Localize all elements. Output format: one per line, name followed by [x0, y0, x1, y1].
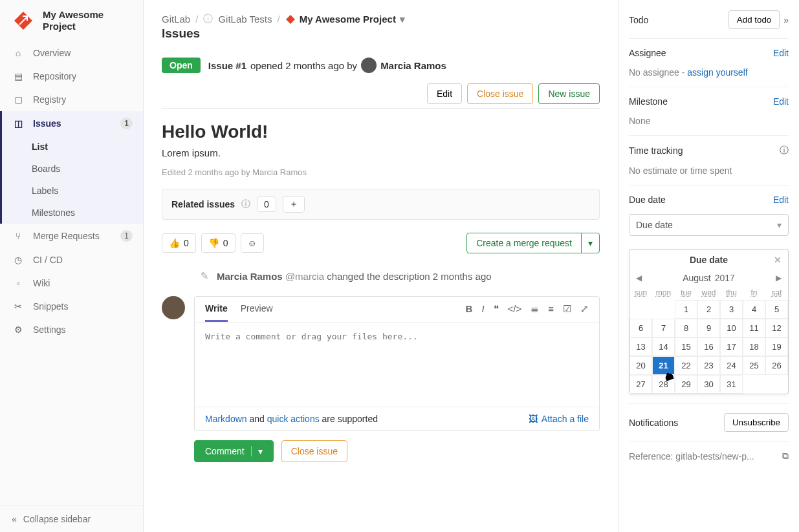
fullscreen-icon[interactable]: ⤢ [580, 303, 589, 322]
datepicker-day[interactable]: 25 [743, 356, 765, 375]
datepicker-day[interactable]: 13 [629, 337, 652, 356]
datepicker-day[interactable]: 18 [743, 337, 765, 356]
quote-icon[interactable]: ❝ [494, 303, 499, 322]
datepicker-day[interactable]: 21 [652, 356, 675, 375]
datepicker-day[interactable]: 12 [765, 319, 788, 337]
current-user-avatar[interactable] [162, 296, 185, 319]
nav-wiki[interactable]: ▫ Wiki [0, 271, 143, 295]
nav-label: Wiki [33, 278, 50, 288]
assign-yourself[interactable]: assign yourself [687, 67, 747, 78]
subnav-list[interactable]: List [0, 136, 143, 158]
datepicker-day[interactable]: 11 [743, 319, 765, 337]
datepicker-month[interactable]: August2017 [683, 273, 735, 283]
quick-actions-link[interactable]: quick actions [267, 414, 320, 424]
close-issue-button-2[interactable]: Close issue [281, 440, 347, 462]
ul-icon[interactable]: ≣ [531, 303, 539, 322]
nav-snippets[interactable]: ✂ Snippets [0, 295, 143, 318]
datepicker-day[interactable]: 2 [697, 300, 720, 319]
italic-icon[interactable]: I [481, 303, 484, 322]
crumb-group[interactable]: GitLab Tests [218, 14, 272, 25]
write-tab[interactable]: Write [205, 303, 228, 322]
datepicker-day[interactable]: 6 [629, 319, 652, 337]
subnav-milestones[interactable]: Milestones [0, 202, 143, 224]
comment-submit-caret[interactable]: ▾ [251, 446, 263, 456]
nav-issues[interactable]: ◫ Issues 1 [0, 111, 143, 136]
datepicker-day[interactable]: 23 [697, 356, 720, 375]
datepicker-day[interactable]: 22 [675, 356, 697, 375]
help-icon[interactable]: ⓘ [241, 198, 250, 210]
preview-tab[interactable]: Preview [241, 303, 273, 322]
datepicker-dow: tue [675, 286, 697, 300]
help-icon[interactable]: ⓘ [780, 145, 789, 156]
add-todo-button[interactable]: Add todo [728, 10, 780, 29]
collapse-label: Collapse sidebar [23, 514, 91, 524]
datepicker-next-icon[interactable]: ▶ [776, 273, 782, 282]
comment-submit-button[interactable]: Comment ▾ [194, 440, 274, 462]
collapse-sidebar[interactable]: « Collapse sidebar [0, 505, 143, 532]
close-issue-button[interactable]: Close issue [467, 83, 533, 104]
thumbs-down-button[interactable]: 👎 0 [201, 233, 235, 253]
datepicker-day[interactable]: 26 [765, 356, 788, 375]
task-icon[interactable]: ☑ [563, 303, 571, 322]
add-related-button[interactable]: ＋ [283, 196, 305, 213]
datepicker-day[interactable]: 31 [720, 375, 743, 394]
unsubscribe-button[interactable]: Unsubscribe [724, 413, 789, 432]
datepicker-day[interactable]: 14 [652, 337, 675, 356]
nav-repository[interactable]: ▤ Repository [0, 65, 143, 88]
datepicker-day[interactable]: 27 [629, 375, 652, 394]
milestone-edit[interactable]: Edit [773, 96, 789, 107]
crumb-root[interactable]: GitLab [162, 14, 190, 25]
datepicker-day[interactable]: 15 [675, 337, 697, 356]
datepicker-day[interactable]: 1 [675, 300, 697, 319]
ol-icon[interactable]: ≡ [548, 303, 554, 322]
subnav-boards[interactable]: Boards [0, 158, 143, 180]
datepicker-day[interactable]: 9 [697, 319, 720, 337]
create-merge-request-button[interactable]: Create a merge request ▾ [466, 233, 600, 253]
nav-merge-requests[interactable]: ⑂ Merge Requests 1 [0, 224, 143, 248]
merge-btn-caret[interactable]: ▾ [582, 233, 599, 253]
activity-author[interactable]: Marcia Ramos [217, 271, 283, 282]
datepicker-day[interactable]: 4 [743, 300, 765, 319]
datepicker-day[interactable]: 16 [697, 337, 720, 356]
datepicker-day[interactable]: 5 [765, 300, 788, 319]
markdown-link[interactable]: Markdown [205, 414, 247, 424]
merge-btn-label[interactable]: Create a merge request [467, 233, 582, 253]
nav-registry[interactable]: ▢ Registry [0, 88, 143, 111]
related-issues-box: Related issues ⓘ 0 ＋ [162, 189, 600, 220]
issue-author[interactable]: Marcia Ramos [380, 60, 446, 71]
datepicker-day[interactable]: 24 [720, 356, 743, 375]
datepicker-day[interactable]: 8 [675, 319, 697, 337]
datepicker-prev-icon[interactable]: ◀ [636, 273, 642, 282]
copy-icon[interactable]: ⧉ [782, 451, 789, 462]
author-avatar[interactable] [361, 58, 377, 73]
datepicker-day[interactable]: 29 [675, 375, 697, 394]
comment-textarea[interactable] [195, 323, 599, 407]
datepicker-day[interactable]: 7 [652, 319, 675, 337]
datepicker-day[interactable]: 3 [720, 300, 743, 319]
nav-overview[interactable]: ⌂ Overview [0, 41, 143, 65]
nav-ci-cd[interactable]: ◷ CI / CD [0, 248, 143, 271]
attach-file-button[interactable]: 🖼 Attach a file [529, 414, 589, 424]
thumbs-up-button[interactable]: 👍 0 [162, 233, 196, 253]
nav-settings[interactable]: ⚙ Settings [0, 318, 143, 341]
expand-icon[interactable]: » [783, 15, 789, 25]
datepicker-day[interactable]: 20 [629, 356, 652, 375]
issue-edited: Edited 2 months ago by Marcia Ramos [162, 167, 600, 177]
crumb-project[interactable]: My Awesome Project ▾ [285, 14, 405, 25]
activity-handle[interactable]: @marcia [285, 271, 324, 282]
datepicker-day[interactable]: 19 [765, 337, 788, 356]
datepicker-day[interactable]: 30 [697, 375, 720, 394]
edit-issue-button[interactable]: Edit [427, 83, 462, 104]
add-reaction-button[interactable]: ☺ [241, 233, 264, 253]
datepicker-day[interactable]: 17 [720, 337, 743, 356]
datepicker-close-icon[interactable]: ✕ [774, 255, 782, 265]
subnav-labels[interactable]: Labels [0, 180, 143, 202]
due-date-edit[interactable]: Edit [773, 195, 789, 205]
due-date-select[interactable]: Due date ▾ [629, 214, 789, 236]
new-issue-button[interactable]: New issue [538, 83, 600, 104]
project-header[interactable]: My Awesome Project [0, 0, 143, 41]
assignee-edit[interactable]: Edit [773, 48, 789, 58]
code-icon[interactable]: </> [508, 303, 522, 322]
bold-icon[interactable]: B [466, 303, 473, 322]
datepicker-day[interactable]: 10 [720, 319, 743, 337]
